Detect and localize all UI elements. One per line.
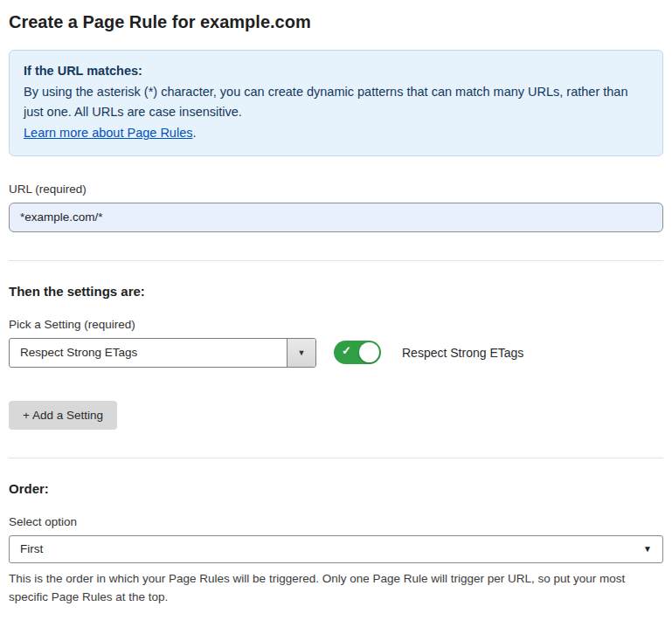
setting-dropdown[interactable]: Respect Strong ETags ▼ xyxy=(9,338,316,368)
order-dropdown[interactable]: First ▼ xyxy=(9,535,663,563)
info-link-row: Learn more about Page Rules. xyxy=(24,123,648,142)
order-dropdown-value: First xyxy=(20,542,43,555)
add-setting-button[interactable]: + Add a Setting xyxy=(9,401,117,430)
etags-toggle[interactable]: ✓ xyxy=(334,341,381,364)
learn-more-link[interactable]: Learn more about Page Rules xyxy=(24,126,192,140)
order-heading: Order: xyxy=(9,481,663,496)
setting-dropdown-value: Respect Strong ETags xyxy=(10,339,287,367)
order-label: Select option xyxy=(9,515,663,528)
setting-row: Respect Strong ETags ▼ ✓ Respect Strong … xyxy=(9,338,663,368)
url-label: URL (required) xyxy=(9,183,663,196)
page-rule-form: Create a Page Rule for example.com If th… xyxy=(0,0,672,627)
url-input[interactable] xyxy=(9,203,663,232)
pick-setting-label: Pick a Setting (required) xyxy=(9,318,663,331)
settings-heading: Then the settings are: xyxy=(9,284,663,299)
check-icon: ✓ xyxy=(342,345,351,356)
toggle-label: Respect Strong ETags xyxy=(402,346,523,360)
link-suffix: . xyxy=(192,126,196,140)
url-match-info-box: If the URL matches: By using the asteris… xyxy=(9,50,663,156)
page-title: Create a Page Rule for example.com xyxy=(9,12,663,32)
info-box-heading: If the URL matches: xyxy=(24,61,648,80)
info-box-body: By using the asterisk (*) character, you… xyxy=(24,82,648,121)
toggle-knob xyxy=(359,342,379,362)
divider xyxy=(9,260,663,261)
divider xyxy=(9,458,663,458)
order-help-text: This is the order in which your Page Rul… xyxy=(9,570,655,607)
caret-down-icon[interactable]: ▼ xyxy=(287,339,315,367)
caret-down-icon: ▼ xyxy=(643,544,652,554)
